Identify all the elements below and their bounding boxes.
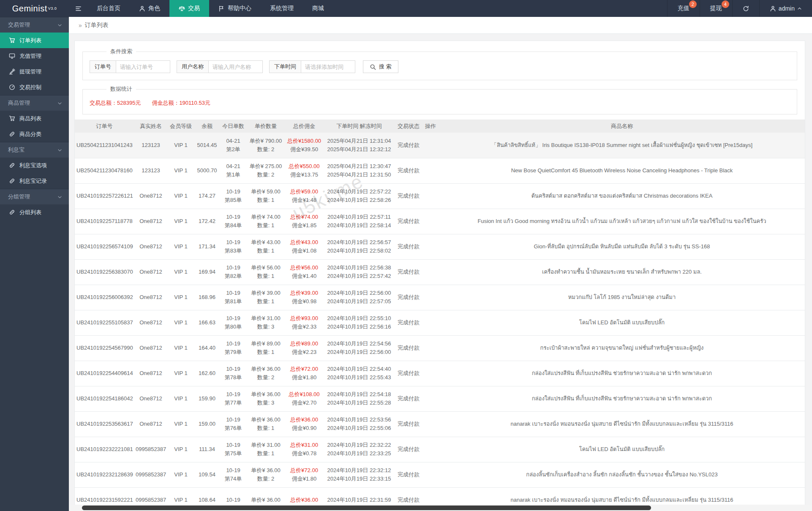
chevron-down-icon	[57, 23, 62, 27]
sidebar-group-header[interactable]: 交易管理	[0, 17, 69, 33]
status-cell: 完成付款	[395, 361, 422, 386]
sidebar-item[interactable]: 利息宝记录	[0, 173, 69, 189]
time-cell: 2024年10月19日 22:56:572024年10月19日 22:58:02	[323, 234, 395, 259]
search-field-input[interactable]	[116, 60, 170, 73]
top-nav-item[interactable]: 后台首页	[87, 0, 130, 17]
sidebar: 交易管理订单列表充值管理提现管理交易控制商品管理商品列表商品分类利息宝利息宝选项…	[0, 17, 69, 511]
table-row[interactable]: UB2504211231041243123123VIP 15014.4504-2…	[75, 133, 805, 158]
today-orders-cell: 10-19第85单	[220, 183, 246, 209]
table-row[interactable]: UB2410192254567990One8712VIP 1164.4010-1…	[75, 335, 805, 361]
breadcrumb: » 订单列表	[69, 17, 812, 34]
refresh-icon[interactable]	[732, 0, 759, 17]
today-orders-cell: 04-21第2单	[220, 133, 246, 158]
table-row[interactable]: UB2410192256574109One8712VIP 1171.3410-1…	[75, 234, 805, 259]
sidebar-item-label: 分组列表	[19, 209, 41, 216]
column-header: 今日单数	[220, 120, 246, 133]
table-row[interactable]: UB24101922321286390995852387VIP 1109.541…	[75, 462, 805, 487]
status-cell: 完成付款	[395, 234, 422, 259]
top-nav: 后台首页角色交易帮助中心系统管理商城	[87, 0, 333, 17]
sidebar-group-header[interactable]: 分组管理	[0, 189, 69, 204]
sidebar-group-header[interactable]: 利息宝	[0, 142, 69, 158]
total-commission-cell: 总价¥108.00佣金¥2.70	[285, 386, 323, 411]
commission-total-label: 佣金总额：	[152, 100, 179, 106]
search-field-input[interactable]	[301, 60, 355, 73]
sidebar-group-header[interactable]: 商品管理	[0, 95, 69, 111]
price-qty-cell: 单价¥ 275.00数量: 2	[246, 158, 285, 183]
horizontal-scrollbar-thumb[interactable]	[82, 506, 651, 510]
top-nav-item-label: 交易	[188, 5, 200, 12]
level-cell: VIP 1	[168, 285, 194, 310]
level-cell: VIP 1	[168, 335, 194, 361]
total-commission-cell: 总价¥1580.00佣金¥39.50	[285, 133, 323, 158]
time-cell: 2024年10月19日 22:32:122024年10月19日 22:33:15	[323, 462, 395, 487]
product-name-cell: กล่องใส่แปรงสีฟัน ที่เก็บแปรงสีฟัน ช่วยร…	[439, 361, 805, 386]
top-nav-item[interactable]: 系统管理	[261, 0, 303, 17]
price-qty-cell: 单价¥ 31.00数量: 3	[246, 310, 285, 335]
search-field-group: 订单号	[90, 60, 170, 73]
order-no-cell: UB2410192254186042	[75, 386, 134, 411]
status-cell: 完成付款	[395, 411, 422, 437]
top-nav-item[interactable]: 商城	[303, 0, 333, 17]
level-cell: VIP 1	[168, 411, 194, 437]
table-row[interactable]: UB2410192257226121One8712VIP 1174.2710-1…	[75, 183, 805, 209]
sidebar-item[interactable]: 订单列表	[0, 33, 69, 48]
total-commission-cell: 总价¥36.00佣金¥0.90	[285, 411, 323, 437]
total-commission-cell: 总价¥550.00佣金¥13.75	[285, 158, 323, 183]
balance-cell: 172.42	[194, 209, 220, 234]
today-orders-cell: 10-19第83单	[220, 234, 246, 259]
search-field-input[interactable]	[209, 60, 263, 73]
flag-icon	[218, 5, 225, 12]
table-row[interactable]: UB2504211230478160123123VIP 15000.7004-2…	[75, 158, 805, 183]
stats-fieldset: 数据统计 交易总额：528395元佣金总额：190110.53元	[82, 85, 797, 114]
sidebar-item-label: 订单列表	[19, 37, 41, 44]
table-header-row: 订单号真实姓名会员等级余额今日单数单价数量总价佣金下单时间 解冻时间交易状态操作…	[75, 120, 805, 133]
sidebar-item[interactable]: 商品列表	[0, 111, 69, 126]
top-nav-item[interactable]: 帮助中心	[209, 0, 261, 17]
sidebar-item[interactable]: 交易控制	[0, 79, 69, 95]
action-cell	[422, 361, 439, 386]
app-logo-text: Geminist	[12, 4, 47, 14]
sidebar-toggle-hamburger-icon[interactable]	[69, 0, 87, 17]
total-commission-cell: 总价¥93.00佣金¥2.33	[285, 310, 323, 335]
top-nav-item[interactable]: 交易	[169, 0, 209, 17]
product-name-cell: 「สินค้าลิขสิทธิ์แท้」 Iris Boutique IS138…	[439, 133, 805, 158]
app-logo: GeministV3.0	[0, 0, 69, 17]
sidebar-item[interactable]: 利息宝选项	[0, 158, 69, 173]
chevron-down-icon	[57, 148, 62, 152]
sidebar-item[interactable]: 分组列表	[0, 204, 69, 220]
search-button[interactable]: 搜 索	[363, 60, 398, 73]
time-cell: 2024年10月19日 22:53:562024年10月19日 22:55:06	[323, 411, 395, 437]
sidebar-item-label: 充值管理	[19, 52, 41, 60]
orders-table: 订单号真实姓名会员等级余额今日单数单价数量总价佣金下单时间 解冻时间交易状态操作…	[75, 120, 805, 511]
user-menu[interactable]: admin	[759, 0, 812, 17]
total-commission-cell: 总价¥31.00佣金¥0.78	[285, 437, 323, 462]
time-cell: 2024年10月19日 22:54:562024年10月19日 22:56:00	[323, 335, 395, 361]
recharge-button[interactable]: 充值 2	[667, 0, 700, 17]
table-row[interactable]: UB2410192253563617One8712VIP 1159.0010-1…	[75, 411, 805, 437]
product-name-cell: Fusion Int แก้ว Good morning ทรงอ้วน แก้…	[439, 209, 805, 234]
table-row[interactable]: UB24101922322210810995852387VIP 1111.341…	[75, 437, 805, 462]
level-cell: VIP 1	[168, 462, 194, 487]
table-row[interactable]: UB2410192256006392One8712VIP 1168.9610-1…	[75, 285, 805, 310]
action-cell	[422, 259, 439, 285]
table-row[interactable]: UB2410192256383070One8712VIP 1169.9410-1…	[75, 259, 805, 285]
balance-cell: 159.90	[194, 386, 220, 411]
table-row[interactable]: UB2410192254409614One8712VIP 1162.6010-1…	[75, 361, 805, 386]
table-row[interactable]: UB2410192254186042One8712VIP 1159.9010-1…	[75, 386, 805, 411]
sidebar-item[interactable]: 充值管理	[0, 48, 69, 64]
order-no-cell: UB2410192257118778	[75, 209, 134, 234]
table-row[interactable]: UB2410192257118778One8712VIP 1172.4210-1…	[75, 209, 805, 234]
time-cell: 2024年10月19日 22:54:402024年10月19日 22:55:43	[323, 361, 395, 386]
real-name-cell: One8712	[134, 259, 168, 285]
withdraw-button[interactable]: 提现 4	[700, 0, 732, 17]
level-cell: VIP 1	[168, 158, 194, 183]
sidebar-item[interactable]: 提现管理	[0, 64, 69, 79]
sidebar-item[interactable]: 商品分类	[0, 126, 69, 142]
balance-cell: 5014.45	[194, 133, 220, 158]
sidebar-group-label: 交易管理	[8, 21, 30, 29]
status-cell: 完成付款	[395, 183, 422, 209]
product-name-cell: Gion-ที่ลับมีด อุปกรณ์ลับมีด หินลับมีด แ…	[439, 234, 805, 259]
search-field-group: 用户名称	[177, 60, 263, 73]
top-nav-item[interactable]: 角色	[130, 0, 169, 17]
table-row[interactable]: UB2410192255105837One8712VIP 1166.6310-1…	[75, 310, 805, 335]
